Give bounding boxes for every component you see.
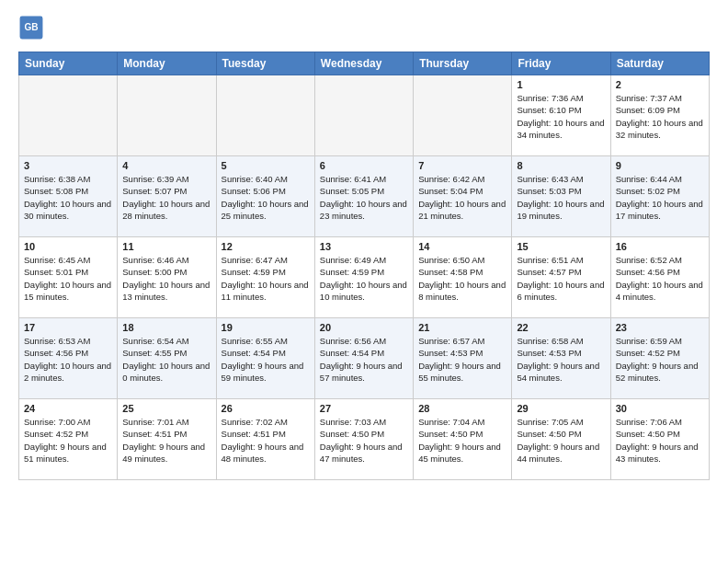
day-number: 10 xyxy=(24,241,112,252)
logo: GB xyxy=(18,15,48,40)
day-cell: 28Sunrise: 7:04 AM Sunset: 4:50 PM Dayli… xyxy=(414,399,512,480)
day-info: Sunrise: 6:54 AM Sunset: 4:55 PM Dayligh… xyxy=(122,335,210,384)
day-info: Sunrise: 6:56 AM Sunset: 4:54 PM Dayligh… xyxy=(320,335,408,384)
day-cell xyxy=(216,75,314,156)
day-info: Sunrise: 6:50 AM Sunset: 4:58 PM Dayligh… xyxy=(418,254,506,303)
day-cell xyxy=(118,75,216,156)
day-cell: 14Sunrise: 6:50 AM Sunset: 4:58 PM Dayli… xyxy=(414,237,512,318)
day-cell: 30Sunrise: 7:06 AM Sunset: 4:50 PM Dayli… xyxy=(610,399,709,480)
day-number: 3 xyxy=(24,160,112,171)
day-number: 1 xyxy=(517,79,605,90)
day-number: 19 xyxy=(222,322,310,333)
week-row-2: 10Sunrise: 6:45 AM Sunset: 5:01 PM Dayli… xyxy=(19,237,710,318)
day-number: 26 xyxy=(222,403,310,414)
day-info: Sunrise: 6:51 AM Sunset: 4:57 PM Dayligh… xyxy=(517,254,605,303)
day-info: Sunrise: 7:00 AM Sunset: 4:52 PM Dayligh… xyxy=(24,416,112,465)
day-cell: 20Sunrise: 6:56 AM Sunset: 4:54 PM Dayli… xyxy=(314,318,413,399)
day-info: Sunrise: 6:49 AM Sunset: 4:59 PM Dayligh… xyxy=(320,254,408,303)
day-cell: 21Sunrise: 6:57 AM Sunset: 4:53 PM Dayli… xyxy=(414,318,512,399)
day-number: 27 xyxy=(320,403,408,414)
day-cell: 18Sunrise: 6:54 AM Sunset: 4:55 PM Dayli… xyxy=(118,318,216,399)
day-number: 16 xyxy=(616,241,704,252)
day-cell: 15Sunrise: 6:51 AM Sunset: 4:57 PM Dayli… xyxy=(512,237,610,318)
day-info: Sunrise: 7:04 AM Sunset: 4:50 PM Dayligh… xyxy=(418,416,506,465)
day-number: 20 xyxy=(320,322,408,333)
day-info: Sunrise: 7:36 AM Sunset: 6:10 PM Dayligh… xyxy=(517,92,605,141)
day-info: Sunrise: 7:01 AM Sunset: 4:51 PM Dayligh… xyxy=(122,416,210,465)
calendar: SundayMondayTuesdayWednesdayThursdayFrid… xyxy=(18,52,710,480)
day-info: Sunrise: 7:05 AM Sunset: 4:50 PM Dayligh… xyxy=(517,416,605,465)
week-row-1: 3Sunrise: 6:38 AM Sunset: 5:08 PM Daylig… xyxy=(19,156,710,237)
svg-text:GB: GB xyxy=(24,22,38,32)
weekday-header-thursday: Thursday xyxy=(414,52,512,75)
day-number: 11 xyxy=(122,241,210,252)
day-info: Sunrise: 6:45 AM Sunset: 5:01 PM Dayligh… xyxy=(24,254,112,303)
day-number: 18 xyxy=(122,322,210,333)
logo-icon: GB xyxy=(18,15,44,40)
day-number: 13 xyxy=(320,241,408,252)
day-cell: 22Sunrise: 6:58 AM Sunset: 4:53 PM Dayli… xyxy=(512,318,610,399)
day-info: Sunrise: 7:02 AM Sunset: 4:51 PM Dayligh… xyxy=(222,416,310,465)
day-cell: 3Sunrise: 6:38 AM Sunset: 5:08 PM Daylig… xyxy=(19,156,118,237)
day-cell: 19Sunrise: 6:55 AM Sunset: 4:54 PM Dayli… xyxy=(216,318,314,399)
day-cell: 4Sunrise: 6:39 AM Sunset: 5:07 PM Daylig… xyxy=(118,156,216,237)
day-number: 17 xyxy=(24,322,112,333)
day-cell xyxy=(314,75,413,156)
day-number: 14 xyxy=(418,241,506,252)
day-cell: 23Sunrise: 6:59 AM Sunset: 4:52 PM Dayli… xyxy=(610,318,709,399)
day-cell xyxy=(19,75,118,156)
weekday-header-sunday: Sunday xyxy=(19,52,118,75)
day-info: Sunrise: 6:43 AM Sunset: 5:03 PM Dayligh… xyxy=(517,173,605,222)
day-cell: 10Sunrise: 6:45 AM Sunset: 5:01 PM Dayli… xyxy=(19,237,118,318)
day-info: Sunrise: 6:53 AM Sunset: 4:56 PM Dayligh… xyxy=(24,335,112,384)
day-number: 7 xyxy=(418,160,506,171)
day-info: Sunrise: 7:06 AM Sunset: 4:50 PM Dayligh… xyxy=(616,416,704,465)
day-number: 5 xyxy=(222,160,310,171)
day-cell: 24Sunrise: 7:00 AM Sunset: 4:52 PM Dayli… xyxy=(19,399,118,480)
day-cell: 5Sunrise: 6:40 AM Sunset: 5:06 PM Daylig… xyxy=(216,156,314,237)
day-cell: 25Sunrise: 7:01 AM Sunset: 4:51 PM Dayli… xyxy=(118,399,216,480)
day-number: 29 xyxy=(517,403,605,414)
day-info: Sunrise: 6:39 AM Sunset: 5:07 PM Dayligh… xyxy=(122,173,210,222)
day-cell: 8Sunrise: 6:43 AM Sunset: 5:03 PM Daylig… xyxy=(512,156,610,237)
day-info: Sunrise: 6:46 AM Sunset: 5:00 PM Dayligh… xyxy=(122,254,210,303)
day-info: Sunrise: 6:44 AM Sunset: 5:02 PM Dayligh… xyxy=(616,173,704,222)
day-number: 4 xyxy=(122,160,210,171)
day-cell: 7Sunrise: 6:42 AM Sunset: 5:04 PM Daylig… xyxy=(414,156,512,237)
day-number: 15 xyxy=(517,241,605,252)
day-number: 28 xyxy=(418,403,506,414)
day-cell: 6Sunrise: 6:41 AM Sunset: 5:05 PM Daylig… xyxy=(314,156,413,237)
day-number: 21 xyxy=(418,322,506,333)
day-number: 25 xyxy=(122,403,210,414)
weekday-header-friday: Friday xyxy=(512,52,610,75)
week-row-4: 24Sunrise: 7:00 AM Sunset: 4:52 PM Dayli… xyxy=(19,399,710,480)
day-number: 23 xyxy=(616,322,704,333)
day-number: 2 xyxy=(616,79,704,90)
day-number: 22 xyxy=(517,322,605,333)
weekday-header-saturday: Saturday xyxy=(610,52,709,75)
weekday-header-row: SundayMondayTuesdayWednesdayThursdayFrid… xyxy=(19,52,710,75)
day-info: Sunrise: 6:58 AM Sunset: 4:53 PM Dayligh… xyxy=(517,335,605,384)
day-number: 12 xyxy=(222,241,310,252)
header: GB xyxy=(18,15,710,40)
day-cell xyxy=(414,75,512,156)
day-cell: 9Sunrise: 6:44 AM Sunset: 5:02 PM Daylig… xyxy=(610,156,709,237)
weekday-header-monday: Monday xyxy=(118,52,216,75)
day-info: Sunrise: 6:38 AM Sunset: 5:08 PM Dayligh… xyxy=(24,173,112,222)
day-info: Sunrise: 6:41 AM Sunset: 5:05 PM Dayligh… xyxy=(320,173,408,222)
day-cell: 12Sunrise: 6:47 AM Sunset: 4:59 PM Dayli… xyxy=(216,237,314,318)
day-cell: 26Sunrise: 7:02 AM Sunset: 4:51 PM Dayli… xyxy=(216,399,314,480)
day-number: 24 xyxy=(24,403,112,414)
week-row-3: 17Sunrise: 6:53 AM Sunset: 4:56 PM Dayli… xyxy=(19,318,710,399)
day-cell: 16Sunrise: 6:52 AM Sunset: 4:56 PM Dayli… xyxy=(610,237,709,318)
day-info: Sunrise: 6:47 AM Sunset: 4:59 PM Dayligh… xyxy=(222,254,310,303)
day-cell: 1Sunrise: 7:36 AM Sunset: 6:10 PM Daylig… xyxy=(512,75,610,156)
day-cell: 2Sunrise: 7:37 AM Sunset: 6:09 PM Daylig… xyxy=(610,75,709,156)
day-number: 30 xyxy=(616,403,704,414)
week-row-0: 1Sunrise: 7:36 AM Sunset: 6:10 PM Daylig… xyxy=(19,75,710,156)
day-info: Sunrise: 6:59 AM Sunset: 4:52 PM Dayligh… xyxy=(616,335,704,384)
weekday-header-tuesday: Tuesday xyxy=(216,52,314,75)
day-cell: 27Sunrise: 7:03 AM Sunset: 4:50 PM Dayli… xyxy=(314,399,413,480)
day-number: 6 xyxy=(320,160,408,171)
day-number: 9 xyxy=(616,160,704,171)
